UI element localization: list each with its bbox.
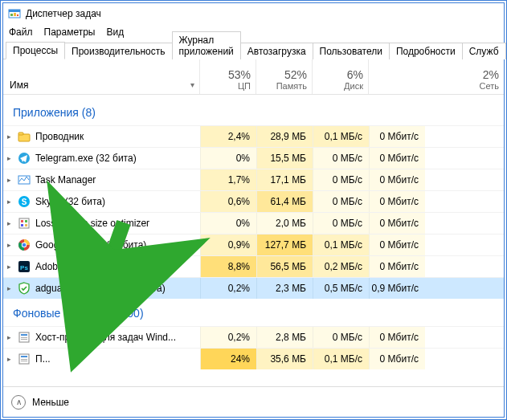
cell-disk: 0,1 МБ/с	[313, 234, 369, 255]
taskmgr-icon	[18, 173, 31, 186]
svg-rect-4	[17, 14, 18, 16]
process-name: П...	[35, 353, 200, 365]
expand-chevron-icon[interactable]: ▸	[3, 284, 14, 292]
svg-rect-12	[21, 220, 23, 222]
cell-cpu: 0,2%	[200, 278, 256, 299]
svg-text:Ps: Ps	[20, 264, 28, 271]
fewer-details-icon[interactable]: ∧	[11, 395, 26, 410]
col-disk-label: Диск	[344, 81, 363, 91]
process-name: Google Chrome (32 бита)	[35, 239, 200, 251]
tab-startup[interactable]: Автозагрузка	[240, 43, 313, 59]
cell-memory: 61,4 МБ	[256, 191, 313, 212]
fewer-details-label[interactable]: Меньше	[32, 397, 69, 408]
col-memory[interactable]: 52% Память	[256, 59, 313, 94]
svg-rect-23	[21, 337, 27, 338]
table-row[interactable]: ▸Lossless file size optimizer0%2,0 МБ0 М…	[3, 212, 504, 234]
svg-rect-13	[25, 220, 27, 222]
cell-memory: 17,1 МБ	[256, 169, 313, 190]
tab-performance[interactable]: Производительность	[64, 43, 172, 59]
col-disk-pct: 6%	[347, 68, 363, 81]
col-mem-label: Память	[276, 81, 307, 91]
process-name: Telegram.exe (32 бита)	[35, 153, 200, 164]
process-name: Task Manager	[35, 174, 200, 186]
menu-options[interactable]: Параметры	[44, 27, 96, 38]
col-cpu-pct: 53%	[228, 68, 251, 81]
table-row[interactable]: ▸Google Chrome (32 бита)0,9%127,7 МБ0,1 …	[3, 234, 504, 255]
svg-rect-3	[14, 13, 16, 16]
tab-users[interactable]: Пользователи	[313, 43, 390, 59]
cell-disk: 0 МБ/с	[313, 169, 369, 190]
menu-file[interactable]: Файл	[9, 27, 33, 38]
menu-view[interactable]: Вид	[106, 27, 124, 38]
cell-disk: 0,1 МБ/с	[313, 126, 369, 147]
expand-chevron-icon[interactable]: ▸	[3, 154, 14, 162]
cell-network: 0 Мбит/с	[369, 126, 425, 147]
svg-rect-2	[10, 14, 13, 16]
cell-cpu: 0%	[200, 213, 256, 234]
col-cpu[interactable]: 53% ЦП	[200, 59, 256, 94]
expand-chevron-icon[interactable]: ▸	[3, 198, 14, 206]
lossless-icon	[18, 217, 31, 230]
cell-cpu: 8,8%	[200, 256, 256, 277]
expand-chevron-icon[interactable]: ▸	[3, 355, 14, 363]
titlebar: Диспетчер задач	[3, 3, 504, 24]
cell-disk: 0 МБ/с	[313, 213, 369, 234]
explorer-icon	[18, 130, 31, 143]
svg-rect-22	[21, 334, 27, 336]
cell-memory: 35,6 МБ	[256, 349, 313, 369]
cell-disk: 0,5 МБ/с	[313, 278, 369, 299]
group-apps[interactable]: Приложения (8)	[3, 98, 504, 125]
col-network[interactable]: 2% Сеть	[369, 59, 504, 94]
process-name: Skype (32 бита)	[35, 196, 200, 207]
footer: ∧ Меньше	[3, 386, 504, 417]
expand-chevron-icon[interactable]: ▸	[3, 333, 14, 341]
table-row[interactable]: ▸adguardInstaller.exe (32 бита)0,2%2,3 М…	[3, 277, 504, 299]
table-row[interactable]: ▸П...24%35,6 МБ0,1 МБ/с0 Мбит/с	[3, 348, 504, 369]
svg-text:S: S	[22, 198, 27, 206]
tab-details[interactable]: Подробности	[389, 43, 463, 59]
app-icon	[8, 6, 21, 22]
cell-cpu: 0%	[200, 148, 256, 169]
table-row[interactable]: ▸Проводник2,4%28,9 МБ0,1 МБ/с0 Мбит/с	[3, 125, 504, 147]
table-row[interactable]: ▸PsAdobe Photoshop CC 20158,8%56,5 МБ0,2…	[3, 255, 504, 277]
cell-network: 0 Мбит/с	[369, 191, 425, 212]
table-row[interactable]: ▸Хост-процесс для задач Wind...0,2%2,8 М…	[3, 326, 504, 348]
col-mem-pct: 52%	[284, 68, 307, 81]
cell-disk: 0,2 МБ/с	[313, 256, 369, 277]
col-disk[interactable]: 6% Диск	[313, 59, 369, 94]
column-headers: Имя ▾ 53% ЦП 52% Память 6% Диск 2% Сеть	[3, 59, 504, 95]
window-title: Диспетчер задач	[26, 8, 101, 19]
cell-disk: 0 МБ/с	[313, 148, 369, 169]
svg-rect-14	[21, 224, 23, 226]
col-name[interactable]: Имя ▾	[3, 59, 200, 94]
cell-network: 0 Мбит/с	[369, 349, 425, 369]
expand-chevron-icon[interactable]: ▸	[3, 133, 14, 141]
cell-memory: 127,7 МБ	[256, 234, 313, 255]
cell-cpu: 0,2%	[200, 327, 256, 348]
tabs: Процессы Производительность Журнал прило…	[3, 40, 504, 59]
cell-disk: 0,1 МБ/с	[313, 349, 369, 369]
table-row[interactable]: ▸Telegram.exe (32 бита)0%15,5 МБ0 МБ/с0 …	[3, 147, 504, 169]
cell-network: 0 Мбит/с	[369, 234, 425, 255]
tab-processes[interactable]: Процессы	[6, 42, 65, 59]
expand-chevron-icon[interactable]: ▸	[3, 176, 14, 184]
svg-rect-26	[21, 356, 27, 357]
cell-network: 0 Мбит/с	[369, 213, 425, 234]
cell-cpu: 24%	[200, 349, 256, 369]
expand-chevron-icon[interactable]: ▸	[3, 241, 14, 249]
svg-point-18	[22, 243, 27, 247]
table-row[interactable]: ▸Task Manager1,7%17,1 МБ0 МБ/с0 Мбит/с	[3, 169, 504, 190]
generic-icon	[18, 331, 31, 344]
tab-services[interactable]: Служб	[462, 43, 506, 59]
expand-chevron-icon[interactable]: ▸	[3, 219, 14, 227]
svg-rect-1	[9, 10, 20, 12]
menubar: Файл Параметры Вид	[3, 24, 504, 40]
expand-chevron-icon[interactable]: ▸	[3, 263, 14, 271]
svg-rect-27	[21, 359, 27, 360]
table-row[interactable]: ▸SSkype (32 бита)0,6%61,4 МБ0 МБ/с0 Мбит…	[3, 190, 504, 212]
cell-memory: 56,5 МБ	[256, 256, 313, 277]
col-net-pct: 2%	[483, 68, 499, 81]
tab-app-history[interactable]: Журнал приложений	[172, 31, 241, 59]
process-name: Adobe Photoshop CC 2015	[35, 261, 200, 272]
group-background[interactable]: Фоновые процессы (100)	[3, 299, 504, 326]
